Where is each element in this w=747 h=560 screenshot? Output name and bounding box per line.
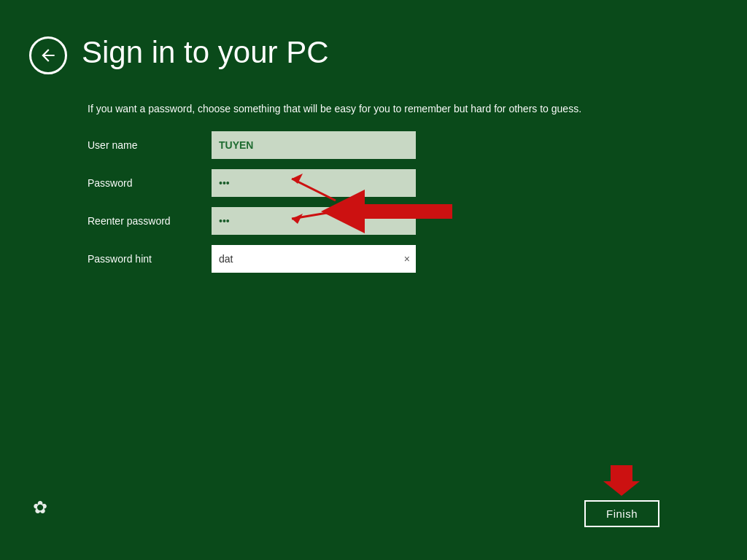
hint-wrapper: ×	[212, 245, 416, 273]
hint-input[interactable]	[212, 245, 416, 273]
hint-label: Password hint	[88, 253, 212, 265]
username-label: User name	[88, 139, 212, 151]
reenter-row: Reenter password	[88, 203, 416, 238]
page-subtitle: If you want a password, choose something…	[88, 102, 581, 117]
username-input[interactable]	[212, 131, 416, 159]
finish-arrow-icon	[603, 465, 640, 496]
windows-loading-icon: ✿	[33, 497, 47, 518]
back-arrow-icon	[39, 46, 58, 65]
reenter-label: Reenter password	[88, 215, 212, 227]
back-button[interactable]	[29, 36, 67, 74]
password-label: Password	[88, 177, 212, 189]
page-title: Sign in to your PC	[82, 35, 329, 70]
hint-clear-button[interactable]: ×	[404, 254, 410, 264]
reenter-input[interactable]	[212, 207, 416, 235]
password-row: Password	[88, 166, 416, 201]
hint-row: Password hint ×	[88, 241, 416, 276]
svg-marker-5	[603, 465, 640, 496]
password-input[interactable]	[212, 169, 416, 197]
finish-button[interactable]: Finish	[584, 500, 659, 527]
username-row: User name	[88, 128, 416, 163]
sign-in-form: User name Password Reenter password Pass…	[88, 128, 416, 279]
finish-area: Finish	[584, 465, 659, 527]
